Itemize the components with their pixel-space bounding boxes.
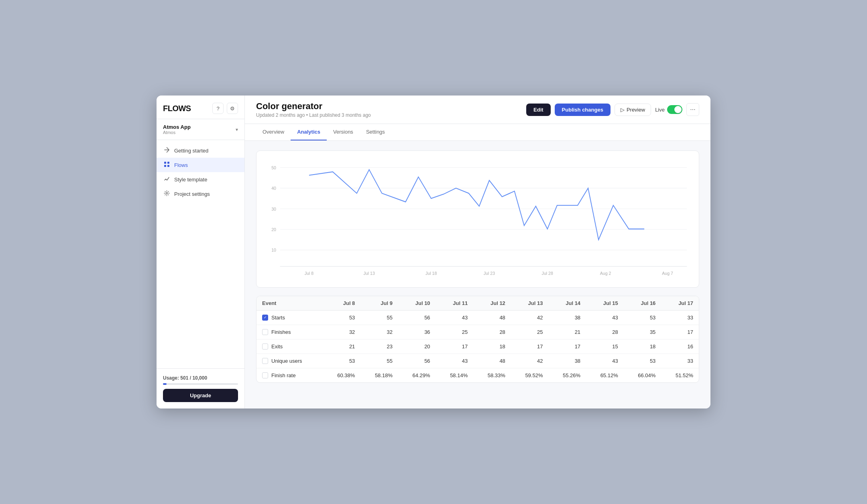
sidebar-item-getting-started[interactable]: Getting started xyxy=(157,143,244,158)
col-jul9: Jul 9 xyxy=(360,296,398,311)
table-cell: 17 xyxy=(548,339,586,354)
analytics-table: Event Jul 8 Jul 9 Jul 10 Jul 11 Jul 12 J… xyxy=(256,296,699,382)
sidebar-item-label: Flows xyxy=(174,162,188,168)
app-window: FLOWS ? ⚙ Atmos App Atmos ▾ Getting star… xyxy=(157,96,710,408)
sidebar-item-style-template[interactable]: Style template xyxy=(157,172,244,187)
table-cell: 58.18% xyxy=(360,368,398,383)
svg-rect-3 xyxy=(164,165,166,167)
event-cell[interactable]: Exits xyxy=(256,339,323,354)
table-cell: 18 xyxy=(624,339,661,354)
table-cell: 64.29% xyxy=(398,368,436,383)
tabs-bar: Overview Analytics Versions Settings xyxy=(245,124,710,141)
project-settings-icon xyxy=(163,190,170,197)
event-cell[interactable]: Finish rate xyxy=(256,368,323,383)
tab-analytics[interactable]: Analytics xyxy=(291,124,327,140)
sidebar: FLOWS ? ⚙ Atmos App Atmos ▾ Getting star… xyxy=(157,96,245,408)
sidebar-header: FLOWS ? ⚙ xyxy=(157,96,244,119)
topbar-right: Edit Publish changes ▷ Preview Live ··· xyxy=(526,103,699,116)
table-cell: 33 xyxy=(661,311,699,325)
table-cell: 28 xyxy=(586,325,624,339)
main-content: Color generator Updated 2 months ago • L… xyxy=(245,96,710,408)
nav-section: Getting started Flows Style template Pro… xyxy=(157,140,244,368)
edit-button[interactable]: Edit xyxy=(526,104,551,116)
upgrade-button[interactable]: Upgrade xyxy=(163,389,238,402)
app-selector[interactable]: Atmos App Atmos ▾ xyxy=(157,119,244,140)
event-cell[interactable]: Unique users xyxy=(256,354,323,368)
event-name: Starts xyxy=(271,315,285,321)
svg-text:Aug 7: Aug 7 xyxy=(662,271,673,276)
table-cell: 56 xyxy=(398,311,436,325)
sidebar-footer: Usage: 501 / 10,000 Upgrade xyxy=(157,368,244,408)
table-cell: 55.26% xyxy=(548,368,586,383)
svg-text:Jul 18: Jul 18 xyxy=(425,271,437,276)
table-row: Finishes 32323625282521283517 xyxy=(256,325,699,339)
svg-text:Aug 2: Aug 2 xyxy=(600,271,611,276)
sidebar-item-label: Project settings xyxy=(174,191,210,197)
tab-versions[interactable]: Versions xyxy=(327,124,360,140)
table-header-row: Event Jul 8 Jul 9 Jul 10 Jul 11 Jul 12 J… xyxy=(256,296,699,311)
toggle-knob xyxy=(674,106,682,113)
event-cell[interactable]: ✓ Starts xyxy=(256,311,323,325)
svg-rect-2 xyxy=(167,162,169,164)
live-label: Live xyxy=(655,107,665,113)
table-cell: 43 xyxy=(586,311,624,325)
getting-started-icon xyxy=(163,147,170,154)
table-cell: 48 xyxy=(473,354,511,368)
table-cell: 21 xyxy=(323,339,361,354)
table-cell: 38 xyxy=(548,311,586,325)
sidebar-item-flows[interactable]: Flows xyxy=(157,158,244,172)
preview-button[interactable]: ▷ Preview xyxy=(615,104,651,116)
table-cell: 53 xyxy=(624,311,661,325)
help-button[interactable]: ? xyxy=(212,103,224,114)
table-scroll-wrap[interactable]: Event Jul 8 Jul 9 Jul 10 Jul 11 Jul 12 J… xyxy=(256,296,699,382)
table-cell: 43 xyxy=(436,311,474,325)
tab-overview[interactable]: Overview xyxy=(256,124,291,140)
page-title: Color generator xyxy=(256,101,371,112)
table-cell: 55 xyxy=(360,354,398,368)
table-cell: 60.38% xyxy=(323,368,361,383)
table-cell: 51.52% xyxy=(661,368,699,383)
sidebar-item-project-settings[interactable]: Project settings xyxy=(157,187,244,201)
event-checkbox[interactable] xyxy=(262,358,268,364)
style-template-icon xyxy=(163,176,170,183)
chart-card: 50 40 30 20 10 Jul 8 Jul 13 Jul 18 Jul 2… xyxy=(256,150,699,288)
publish-button[interactable]: Publish changes xyxy=(555,104,611,116)
col-jul14: Jul 14 xyxy=(548,296,586,311)
table-cell: 53 xyxy=(624,354,661,368)
event-checkbox[interactable] xyxy=(262,343,268,350)
col-jul8: Jul 8 xyxy=(323,296,361,311)
svg-text:10: 10 xyxy=(271,248,276,253)
table-cell: 42 xyxy=(511,354,549,368)
event-name: Exits xyxy=(271,343,283,350)
table-cell: 18 xyxy=(473,339,511,354)
table-cell: 32 xyxy=(323,325,361,339)
event-cell[interactable]: Finishes xyxy=(256,325,323,339)
event-checkbox[interactable] xyxy=(262,329,268,335)
table-cell: 53 xyxy=(323,354,361,368)
topbar: Color generator Updated 2 months ago • L… xyxy=(245,96,710,124)
table-cell: 59.52% xyxy=(511,368,549,383)
table-row: ✓ Starts 53555643484238435333 xyxy=(256,311,699,325)
col-jul17: Jul 17 xyxy=(661,296,699,311)
settings-button[interactable]: ⚙ xyxy=(227,103,238,114)
col-jul13: Jul 13 xyxy=(511,296,549,311)
live-toggle-switch[interactable] xyxy=(667,105,682,114)
table-cell: 43 xyxy=(436,354,474,368)
sidebar-icon-group: ? ⚙ xyxy=(212,103,238,114)
table-cell: 38 xyxy=(548,354,586,368)
svg-rect-1 xyxy=(164,162,166,164)
col-jul10: Jul 10 xyxy=(398,296,436,311)
table-cell: 53 xyxy=(323,311,361,325)
app-name: Atmos App xyxy=(163,124,191,130)
table-cell: 25 xyxy=(511,325,549,339)
tab-settings[interactable]: Settings xyxy=(360,124,391,140)
event-checkbox[interactable] xyxy=(262,372,268,378)
table-row: Finish rate 60.38%58.18%64.29%58.14%58.3… xyxy=(256,368,699,383)
more-options-button[interactable]: ··· xyxy=(686,103,699,116)
event-checkbox[interactable]: ✓ xyxy=(262,315,268,321)
table-cell: 17 xyxy=(511,339,549,354)
svg-text:Jul 23: Jul 23 xyxy=(484,271,495,276)
table-cell: 33 xyxy=(661,354,699,368)
svg-text:Jul 28: Jul 28 xyxy=(542,271,553,276)
svg-text:20: 20 xyxy=(271,227,276,232)
